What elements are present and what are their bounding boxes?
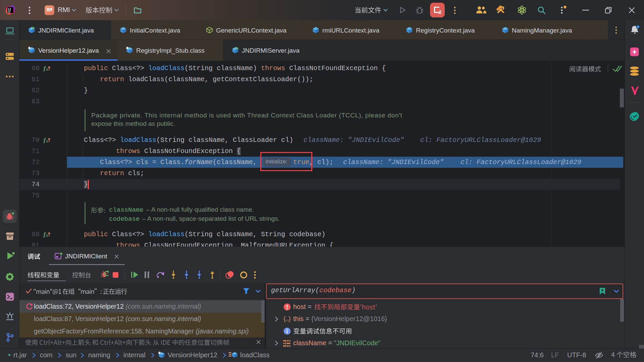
svg-text:2: 2 — [439, 9, 441, 15]
svg-text:{..}: {..} — [283, 316, 291, 322]
svg-text:IJ: IJ — [8, 8, 11, 11]
